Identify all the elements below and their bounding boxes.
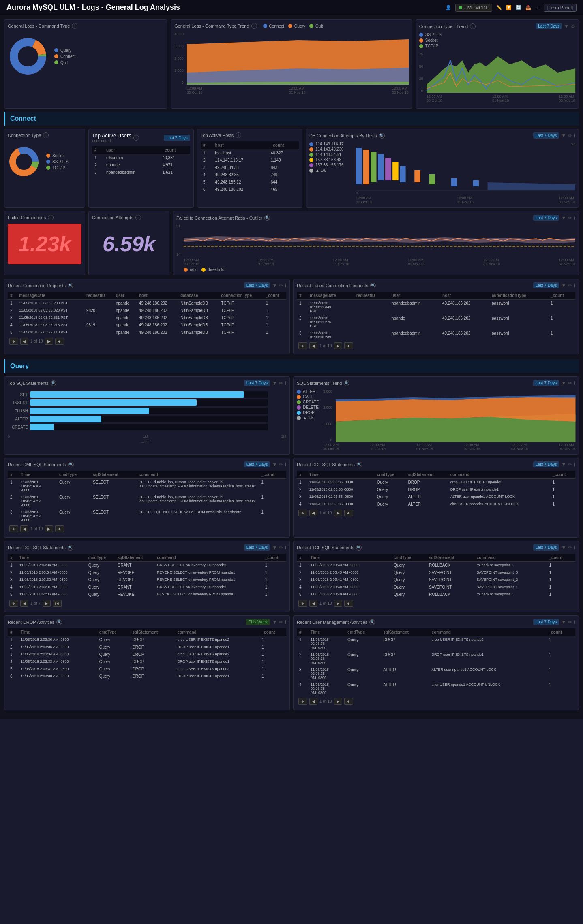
info-tcl[interactable]: 🔍 — [356, 545, 362, 551]
dml-table-wrapper[interactable]: #TimecmdTypesqlStatementcommand_count 11… — [8, 471, 286, 524]
edit-failed2[interactable]: ✏ — [568, 283, 572, 288]
info-icon-conn[interactable]: i — [43, 132, 49, 138]
info-db2[interactable]: i — [574, 133, 575, 139]
filter-icon3[interactable]: ▼ — [564, 23, 569, 29]
edit-ddl[interactable]: ✏ — [568, 462, 572, 467]
info-sql-trend[interactable]: 🔍 — [344, 380, 349, 386]
dml-next[interactable]: ▶ — [45, 525, 53, 532]
filter-drop[interactable]: ▼ — [272, 619, 277, 625]
info-drop2[interactable]: i — [285, 619, 286, 625]
filter-usermgmt[interactable]: ▼ — [561, 619, 566, 625]
next-page-f[interactable]: ▶ — [334, 342, 342, 349]
dml-last[interactable]: ⏭ — [55, 525, 64, 532]
info-dcl[interactable]: 🔍 — [68, 545, 73, 551]
dcl-first[interactable]: ⏮ — [9, 600, 18, 607]
dml-prev[interactable]: ◀ — [20, 525, 28, 532]
info-sql-trend2[interactable]: i — [574, 380, 575, 386]
filter-sql[interactable]: ▼ — [272, 380, 277, 386]
recent-conn-table-wrapper[interactable]: #messageDaterequestIDuserhostdatabasecon… — [8, 292, 286, 336]
info-outlier2[interactable]: i — [574, 215, 575, 221]
filter-dcl[interactable]: ▼ — [272, 545, 277, 551]
info-attempts[interactable]: i — [135, 215, 141, 220]
info-icon[interactable]: i — [72, 23, 77, 29]
info-ddl[interactable]: 🔍 — [357, 462, 362, 467]
first-page-f[interactable]: ⏮ — [298, 342, 307, 349]
live-mode-badge[interactable]: LIVE MODE — [455, 4, 492, 12]
info-recent2[interactable]: i — [285, 283, 286, 288]
filter-tcl[interactable]: ▼ — [561, 545, 566, 551]
info-recent-conn[interactable]: 🔍 — [68, 283, 73, 288]
filter-outlier[interactable]: ▼ — [561, 215, 566, 221]
filter-db[interactable]: ▼ — [561, 133, 566, 139]
usermgmt-table-wrapper[interactable]: #TimecmdTypesqlStatementcommand_count 11… — [297, 628, 575, 696]
first-page[interactable]: ⏮ — [9, 338, 18, 345]
filter-icon[interactable]: 🔽 — [506, 5, 512, 10]
recent-failed-table-wrapper[interactable]: #messageDaterequestIDuserhostautenticati… — [297, 292, 575, 341]
edit-dcl[interactable]: ✏ — [279, 545, 283, 551]
edit-sql[interactable]: ✏ — [279, 380, 283, 386]
info-users[interactable]: i — [133, 135, 139, 141]
info-ddl2[interactable]: i — [574, 462, 575, 467]
edit-recent[interactable]: ✏ — [279, 283, 283, 288]
info-hosts[interactable]: i — [236, 132, 241, 138]
panel-button[interactable]: [From Panel] — [544, 4, 577, 12]
dcl-table-wrapper[interactable]: #TimecmdTypesqlStatementcommand_count 11… — [8, 554, 286, 598]
ddl-first[interactable]: ⏮ — [298, 510, 307, 516]
edit-db[interactable]: ✏ — [568, 133, 572, 139]
info-usermgmt2[interactable]: i — [574, 619, 575, 625]
info-failed2[interactable]: i — [574, 283, 575, 288]
options-icon3[interactable]: ⚙ — [571, 23, 575, 29]
info-dml[interactable]: 🔍 — [68, 462, 74, 467]
tcl-last[interactable]: ⏭ — [344, 600, 353, 607]
filter-failed2[interactable]: ▼ — [561, 283, 566, 288]
prev-page-f[interactable]: ◀ — [309, 342, 317, 349]
ddl-table-wrapper[interactable]: #TimecmdTypesqlStatementcommand_count 11… — [297, 471, 575, 508]
tcl-next[interactable]: ▶ — [334, 600, 342, 607]
edit-icon[interactable]: ✏️ — [496, 5, 502, 10]
filter-sql-trend[interactable]: ▼ — [561, 380, 566, 386]
usermgmt-prev[interactable]: ◀ — [309, 698, 317, 705]
edit-dml[interactable]: ✏ — [279, 462, 283, 467]
prev-page[interactable]: ◀ — [20, 338, 28, 345]
next-page[interactable]: ▶ — [45, 338, 53, 345]
edit-sql-trend[interactable]: ✏ — [568, 380, 572, 386]
dcl-next[interactable]: ▶ — [43, 600, 51, 607]
info-tcl2[interactable]: i — [574, 545, 575, 551]
ddl-last[interactable]: ⏭ — [344, 510, 353, 516]
usermgmt-first[interactable]: ⏮ — [298, 698, 307, 705]
info-icon3[interactable]: i — [470, 23, 476, 29]
dcl-prev[interactable]: ◀ — [20, 600, 28, 607]
tcl-prev[interactable]: ◀ — [309, 600, 317, 607]
info-drop[interactable]: 🔍 — [56, 619, 62, 625]
info-icon2[interactable]: i — [251, 23, 257, 29]
drop-table-wrapper[interactable]: #TimecmdTypesqlStatementcommand_count 11… — [8, 628, 286, 680]
filter-ddl[interactable]: ▼ — [561, 462, 566, 467]
usermgmt-last[interactable]: ⏭ — [344, 698, 353, 705]
more-icon[interactable]: ⋯ — [535, 5, 540, 10]
dml-first[interactable]: ⏮ — [9, 525, 18, 532]
info-recent-failed[interactable]: 🔍 — [370, 283, 376, 288]
ddl-next[interactable]: ▶ — [334, 510, 342, 516]
usermgmt-next[interactable]: ▶ — [334, 698, 342, 705]
dcl-last[interactable]: ⏭ — [53, 600, 62, 607]
refresh-icon[interactable]: 🔄 — [516, 5, 521, 10]
info-failed[interactable]: i — [48, 215, 54, 220]
tcl-first[interactable]: ⏮ — [298, 600, 307, 607]
filter-recent[interactable]: ▼ — [272, 283, 277, 288]
info-sql2[interactable]: i — [285, 380, 286, 386]
info-usermgmt[interactable]: 🔍 — [369, 619, 375, 625]
info-sql[interactable]: 🔍 — [51, 380, 56, 386]
last-page[interactable]: ⏭ — [55, 338, 64, 345]
info-db-conn[interactable]: 🔍 — [379, 133, 385, 139]
share-icon[interactable]: 📤 — [525, 5, 531, 10]
edit-tcl[interactable]: ✏ — [568, 545, 572, 551]
last-page-f[interactable]: ⏭ — [344, 342, 353, 349]
info-outlier[interactable]: 🔍 — [264, 215, 270, 221]
edit-drop[interactable]: ✏ — [279, 619, 283, 625]
info-dcl2[interactable]: i — [285, 545, 286, 551]
edit-usermgmt[interactable]: ✏ — [568, 619, 572, 625]
ddl-prev[interactable]: ◀ — [309, 510, 317, 516]
info-dml2[interactable]: i — [285, 462, 286, 467]
tcl-table-wrapper[interactable]: #TimecmdTypesqlStatementcommand_count 11… — [297, 554, 575, 598]
edit-outlier[interactable]: ✏ — [568, 215, 572, 221]
